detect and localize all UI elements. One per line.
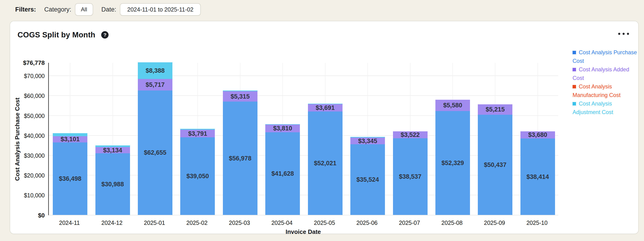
bar-2025-09: $50,437$5,215 <box>474 63 516 215</box>
y-tick-label: $40,000 <box>10 132 45 139</box>
bar-stack: $30,988$3,134 <box>96 145 130 215</box>
bar-value-label: $38,537 <box>399 173 422 180</box>
legend-swatch-icon <box>572 102 576 106</box>
bar-2025-08: $52,329$5,580 <box>432 63 474 215</box>
y-tick-label: $10,000 <box>10 192 45 199</box>
bar-2024-11: $36,498$3,101 <box>49 63 91 215</box>
legend-entry[interactable]: Cost Analysis Manufacturing Cost <box>572 82 638 99</box>
bar-value-label: $3,345 <box>358 137 377 144</box>
bar-value-label: $52,329 <box>442 159 464 166</box>
bar-segment[interactable]: $3,810 <box>265 125 300 132</box>
bar-value-label: $56,978 <box>229 155 252 162</box>
bar-2025-03: $56,978$5,315 <box>219 63 262 215</box>
bar-segment[interactable]: $3,691 <box>308 104 342 112</box>
bar-2025-02: $39,050$3,791 <box>176 63 219 215</box>
bar-segment[interactable]: $5,580 <box>436 100 470 111</box>
x-tick-label: 2025-05 <box>303 219 346 226</box>
category-filter-chip[interactable]: All <box>75 3 93 16</box>
bar-segment[interactable]: $3,134 <box>96 147 130 153</box>
x-tick-label: 2024-12 <box>90 219 133 226</box>
bar-value-label: $3,101 <box>60 136 80 143</box>
legend-entry[interactable]: Cost Analysis Added Cost <box>572 65 638 82</box>
bar-segment[interactable]: $35,524 <box>350 144 385 215</box>
chart-legend: Cost Analysis Purchase CostCost Analysis… <box>572 48 638 116</box>
bar-segment[interactable] <box>180 129 215 130</box>
bar-segment[interactable]: $5,717 <box>138 79 172 90</box>
bar-segment[interactable]: $8,388 <box>138 62 172 79</box>
date-filter-chip[interactable]: 2024-11-01 to 2025-11-02 <box>120 3 201 16</box>
bar-stack: $38,414$3,680 <box>520 131 555 215</box>
bar-value-label: $3,522 <box>400 131 420 138</box>
bar-2025-05: $52,021$3,691 <box>304 63 346 215</box>
bar-stack: $62,655$5,717$8,388 <box>138 62 172 215</box>
bar-segment[interactable]: $38,537 <box>393 138 428 215</box>
bar-segment[interactable]: $30,988 <box>96 153 130 215</box>
bar-2024-12: $30,988$3,134 <box>91 63 134 215</box>
bar-value-label: $8,388 <box>146 67 165 74</box>
legend-entry[interactable]: Cost Analysis Adjustment Cost <box>572 99 638 116</box>
bar-stack: $52,329$5,580 <box>436 100 470 215</box>
bar-segment[interactable]: $38,414 <box>520 138 555 215</box>
bar-segment[interactable]: $52,021 <box>308 112 342 215</box>
bar-segment[interactable]: $3,101 <box>53 136 87 142</box>
bar-value-label: $52,021 <box>314 160 336 167</box>
x-tick-label: 2025-01 <box>133 219 176 226</box>
bar-value-label: $3,791 <box>188 130 207 137</box>
bar-segment[interactable]: $41,628 <box>265 132 300 215</box>
bar-2025-07: $38,537$3,522 <box>389 63 431 215</box>
bar-value-label: $5,580 <box>443 102 462 109</box>
bar-value-label: $62,655 <box>144 149 166 156</box>
bar-segment[interactable]: $36,498 <box>53 142 87 215</box>
filters-bar: Filters: Category: All Date: 2024-11-01 … <box>15 3 201 16</box>
legend-label: Cost Analysis Adjustment Cost <box>572 100 613 115</box>
bar-stack: $36,498$3,101 <box>53 133 87 215</box>
bar-segment[interactable] <box>223 91 258 91</box>
bar-stack: $39,050$3,791 <box>180 129 215 215</box>
x-tick-label: 2025-04 <box>261 219 303 226</box>
bar-segment[interactable] <box>265 124 300 125</box>
bar-stack: $41,628$3,810 <box>265 124 300 215</box>
bar-segment[interactable]: $50,437 <box>478 115 512 215</box>
bar-value-label: $5,215 <box>486 106 505 113</box>
bar-segment[interactable]: $5,315 <box>223 91 258 102</box>
y-tick-label: $0 <box>10 212 45 219</box>
bar-segment[interactable]: $5,215 <box>478 104 512 115</box>
x-tick-label: 2024-11 <box>48 219 90 226</box>
bar-value-label: $41,628 <box>271 170 294 177</box>
cogs-chart-card: COGS Split by Month ? Cost Analysis Purc… <box>10 21 639 234</box>
bar-segment[interactable]: $52,329 <box>436 111 470 215</box>
legend-swatch-icon <box>572 68 576 71</box>
plot-area: $36,498$3,101$30,988$3,134$62,655$5,717$… <box>48 63 558 215</box>
category-filter-label: Category: <box>44 6 71 13</box>
bar-segment[interactable]: $56,978 <box>223 102 258 215</box>
legend-swatch-icon <box>572 51 576 54</box>
x-tick-label: 2025-02 <box>176 219 218 226</box>
x-tick-label: 2025-06 <box>346 219 388 226</box>
legend-label: Cost Analysis Manufacturing Cost <box>572 83 620 98</box>
bar-2025-01: $62,655$5,717$8,388 <box>134 63 176 215</box>
bar-segment[interactable]: $62,655 <box>138 91 172 215</box>
bar-segment[interactable]: $3,791 <box>180 130 215 137</box>
bar-value-label: $3,134 <box>103 147 122 154</box>
bar-2025-06: $35,524$3,345 <box>346 63 389 215</box>
bar-value-label: $3,691 <box>316 104 335 112</box>
x-tick-label: 2025-07 <box>388 219 430 226</box>
bar-stack: $35,524$3,345 <box>350 137 385 215</box>
legend-entry[interactable]: Cost Analysis Purchase Cost <box>572 48 638 65</box>
bar-segment[interactable]: $39,050 <box>180 137 215 215</box>
page: { "filters": { "label": "Filters:", "cat… <box>0 0 644 241</box>
filters-title: Filters: <box>15 6 36 13</box>
bar-stack: $50,437$5,215 <box>478 104 512 215</box>
bar-segment[interactable]: $3,522 <box>393 131 428 138</box>
bar-segment[interactable]: $3,345 <box>350 138 385 144</box>
bar-value-label: $30,988 <box>102 180 124 188</box>
x-axis-title: Invoice Date <box>257 228 350 235</box>
x-tick-label: 2025-03 <box>218 219 261 226</box>
legend-label: Cost Analysis Added Cost <box>572 66 629 81</box>
bar-2025-04: $41,628$3,810 <box>262 63 304 215</box>
y-tick-label: $76,778 <box>10 59 45 67</box>
bar-value-label: $36,498 <box>59 175 81 182</box>
bar-segment[interactable]: $3,680 <box>520 131 555 139</box>
bar-stack: $56,978$5,315 <box>223 91 258 215</box>
bar-value-label: $5,717 <box>146 81 165 88</box>
